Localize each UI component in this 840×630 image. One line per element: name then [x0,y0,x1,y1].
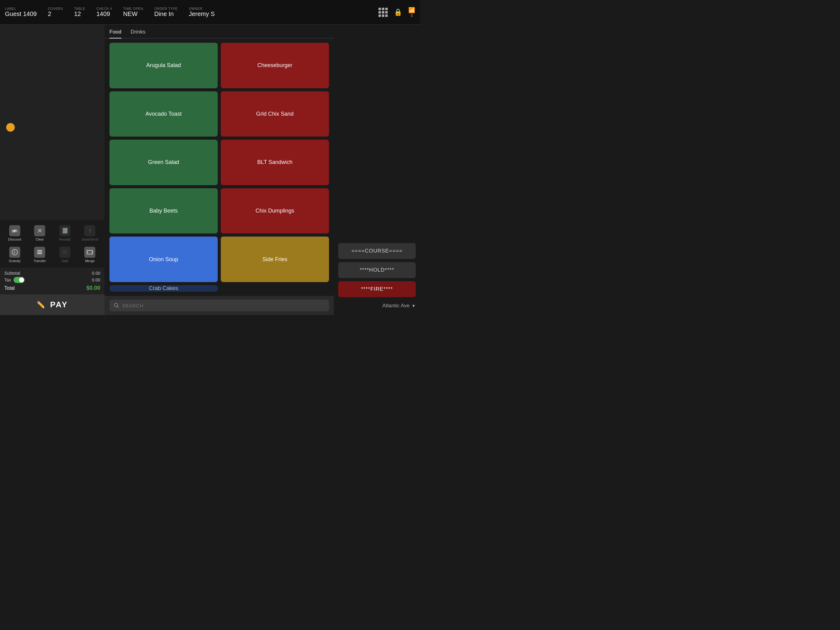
hold-button[interactable]: ****HOLD**** [338,262,416,278]
wifi-icon: 📶 0 [408,7,415,18]
clear-label: Clear [36,237,44,241]
gratuity-button[interactable]: $ Gratuity [2,244,27,265]
menu-crab-cakes[interactable]: Crab Cakes [109,285,218,291]
order-type-group[interactable]: ORDER TYPE Dine In [154,7,178,17]
time-header: TIME OPEN [123,7,143,11]
owner-header: OWNER [189,7,215,11]
svg-point-8 [114,303,118,307]
total-label: Total [4,285,15,291]
covers-header: COVERS [47,7,63,11]
table-header: TABLE [74,7,85,11]
save-send-label: Save/Send [82,237,98,241]
total-value: $0.00 [87,285,100,291]
transfer-label: Transfer [33,259,46,263]
course-button[interactable]: ====COURSE==== [338,243,416,259]
pay-label: PAY [50,300,68,309]
grid-icon[interactable] [379,8,388,17]
main-layout: Discount ✕ Clear 🧾 Receipt ⬆ Save/Send $ [0,25,420,315]
clear-button[interactable]: ✕ Clear [28,223,52,244]
split-icon: ⊞ [59,247,70,258]
check-value: 1409 [96,11,112,17]
tabs: Food Drinks [104,25,334,38]
discount-label: Discount [8,237,21,241]
merge-button[interactable]: Merge [78,244,103,265]
tab-food[interactable]: Food [109,29,122,38]
menu-arugula-salad[interactable]: Arugula Salad [109,43,218,88]
menu-cheeseburger[interactable]: Cheeseburger [221,43,329,88]
fire-button[interactable]: ****FIRE**** [338,281,416,297]
transfer-button[interactable]: Transfer [28,244,52,265]
location-text: Atlantic Ave [382,303,410,309]
tax-label: Tax [4,277,11,282]
toggle-knob [19,277,24,282]
covers-group: COVERS 2 [47,7,63,17]
menu-blt-sandwich[interactable]: BLT Sandwich [221,140,329,185]
receipt-icon: 🧾 [59,225,70,236]
transfer-icon [34,247,45,258]
table-group: TABLE 12 [74,7,85,17]
receipt-label: Receipt [59,237,70,241]
pay-button[interactable]: ✏️ PAY [0,294,104,315]
subtotal-label: Subtotal [4,271,20,275]
subtotal-row: Subtotal 0.00 [4,271,100,275]
pen-icon: ✏️ [36,301,46,309]
svg-rect-5 [37,250,42,251]
header: LABEL Guest 1409 COVERS 2 TABLE 12 CHECK… [0,0,420,25]
merge-icon [84,247,95,258]
subtotal-value: 0.00 [92,271,100,275]
menu-grld-chix-sand[interactable]: Grld Chix Sand [221,91,329,137]
menu-grid: Arugula Salad Cheeseburger Avocado Toast… [104,38,334,296]
search-icon [114,303,119,308]
tax-row: Tax 0.00 [4,277,100,283]
cursor-indicator [6,123,15,131]
menu-onion-soup[interactable]: Onion Soup [109,237,218,282]
order-type-value: Dine In [154,11,178,17]
label-group: LABEL Guest 1409 [5,7,36,17]
tab-drinks[interactable]: Drinks [131,29,145,38]
order-area [0,25,104,220]
order-type-header: ORDER TYPE [154,7,178,11]
label-value: Guest 1409 [5,11,36,17]
location-bar[interactable]: Atlantic Ave ▼ [338,300,416,309]
clear-icon: ✕ [34,225,45,236]
save-send-icon: ⬆ [84,225,95,236]
check-group: CHECK # 1409 [96,7,112,17]
gratuity-icon: $ [9,247,20,258]
svg-point-1 [12,230,14,232]
menu-baby-beets[interactable]: Baby Beets [109,188,218,234]
svg-text:$: $ [14,251,15,254]
search-bar: SEARCH [104,296,334,315]
lock-icon[interactable]: 🔒 [394,8,402,16]
merge-label: Merge [85,259,95,263]
svg-rect-7 [37,253,42,254]
menu-green-salad[interactable]: Green Salad [109,140,218,185]
covers-value: 2 [47,11,63,17]
tax-value: 0.00 [92,277,100,282]
discount-button[interactable]: Discount [2,223,27,244]
right-panel: ====COURSE==== ****HOLD**** ****FIRE****… [334,25,420,315]
receipt-button: 🧾 Receipt [52,223,77,244]
menu-side-fries[interactable]: Side Fries [221,237,329,282]
menu-avocado-toast[interactable]: Avocado Toast [109,91,218,137]
owner-group: OWNER Jeremy S [189,7,215,17]
total-row: Total $0.00 [4,285,100,291]
svg-line-9 [117,306,119,308]
save-send-button: ⬆ Save/Send [78,223,103,244]
split-label: Split [62,259,68,263]
tax-toggle[interactable] [14,277,25,283]
owner-value: Jeremy S [189,11,215,17]
menu-chix-dumplings[interactable]: Chix Dumplings [221,188,329,234]
header-icons: 🔒 📶 0 [379,7,415,18]
center-panel: Food Drinks Arugula Salad Cheeseburger A… [104,25,334,315]
table-value: 12 [74,11,85,17]
chevron-down-icon: ▼ [411,303,416,308]
left-panel: Discount ✕ Clear 🧾 Receipt ⬆ Save/Send $ [0,25,104,315]
gratuity-label: Gratuity [9,259,21,263]
search-placeholder: SEARCH [122,303,144,308]
check-header: CHECK # [96,7,112,11]
totals-section: Subtotal 0.00 Tax 0.00 Total $0.00 [0,268,104,294]
split-button: ⊞ Split [52,244,77,265]
svg-rect-6 [37,252,42,253]
search-input[interactable]: SEARCH [109,300,329,311]
actions-grid: Discount ✕ Clear 🧾 Receipt ⬆ Save/Send $ [0,220,104,268]
